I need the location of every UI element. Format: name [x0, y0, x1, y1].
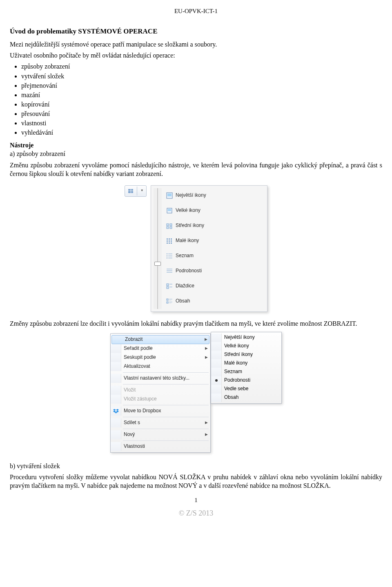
svg-rect-17: [167, 253, 167, 254]
context-menu-figure: Zobrazit▶Seřadit podle▶Seskupit podle▶Ak…: [110, 334, 282, 453]
context-menu: Zobrazit▶Seřadit podle▶Seskupit podle▶Ak…: [110, 334, 211, 453]
submenu-item-large-icons[interactable]: Velké ikony: [211, 342, 281, 351]
blank-icon: [111, 418, 121, 427]
menu-item-sort[interactable]: Seřadit podle▶: [111, 344, 210, 353]
largest-icons-icon: [166, 192, 173, 199]
view-option-label: Velké ikony: [176, 207, 200, 214]
list-item: kopírování: [21, 100, 382, 109]
menu-separator: [123, 440, 209, 441]
menu-item-label: Sdílet s: [124, 420, 203, 426]
b-label: b) vytváření složek: [10, 462, 382, 470]
submenu-item-label: Velké ikony: [224, 343, 249, 349]
menu-item-custom-folder[interactable]: Vlastní nastavení této složky...: [111, 374, 210, 383]
view-option-largest-icons[interactable]: Největší ikony: [164, 188, 265, 203]
slider-thumb[interactable]: [154, 262, 161, 266]
view-option-small-icons[interactable]: Malé ikony: [164, 233, 265, 249]
list-item: způsoby zobrazení: [21, 62, 382, 71]
tools-label: Nástroje: [10, 141, 382, 149]
tiles-icon: [166, 282, 173, 290]
menu-item-view[interactable]: Zobrazit▶: [111, 335, 209, 344]
view-option-details[interactable]: Podrobnosti: [164, 264, 265, 279]
blank-icon: [211, 359, 222, 368]
view-option-medium-icons[interactable]: Střední ikony: [164, 218, 265, 233]
menu-item-group[interactable]: Seskupit podle▶: [111, 353, 210, 362]
blank-icon: [111, 374, 121, 383]
footer: © Z/S 2013: [10, 509, 382, 518]
svg-rect-20: [168, 256, 172, 256]
svg-rect-24: [167, 270, 172, 271]
small-icons-icon: [166, 237, 173, 245]
submenu-item-medium-icons[interactable]: Střední ikony: [211, 351, 281, 359]
svg-rect-18: [168, 253, 172, 254]
submenu-item-label: Vedle sebe: [224, 386, 248, 392]
svg-rect-34: [169, 302, 172, 302]
submenu-item-side-by-side[interactable]: Vedle sebe: [211, 385, 281, 394]
context-submenu-view: Největší ikonyVelké ikonyStřední ikonyMa…: [211, 332, 282, 404]
svg-marker-37: [116, 409, 119, 411]
view-options-panel: Největší ikonyVelké ikonyStřední ikonyMa…: [151, 185, 267, 312]
svg-rect-33: [167, 302, 168, 303]
submenu-item-list[interactable]: Seznam: [211, 368, 281, 376]
menu-item-label: Move to Dropbox: [124, 408, 208, 414]
svg-rect-9: [169, 238, 170, 240]
blank-icon: [211, 385, 222, 394]
submenu-item-details[interactable]: Podrobnosti: [211, 376, 281, 385]
view-option-tiles[interactable]: Dlaždice: [164, 279, 265, 294]
svg-rect-7: [170, 227, 172, 229]
blank-icon: [111, 353, 121, 362]
b-text: Proceduru vytvoření složky můžeme vyvola…: [10, 473, 382, 490]
view-option-label: Střední ikony: [176, 222, 204, 229]
view-option-label: Seznam: [176, 253, 194, 259]
view-option-label: Obsah: [176, 298, 190, 305]
svg-rect-10: [171, 238, 172, 240]
blank-icon: [112, 336, 122, 344]
list-item: vytváření složek: [21, 72, 382, 80]
operations-list: způsoby zobrazenívytváření složekpřejmen…: [10, 62, 382, 137]
svg-marker-40: [114, 412, 117, 414]
menu-item-label: Seskupit podle: [124, 354, 203, 361]
view-option-label: Podrobnosti: [176, 268, 202, 274]
menu-item-label: Seřadit podle: [124, 345, 203, 352]
blank-icon: [111, 442, 121, 451]
intro-2: Uživatel osobního počítače by měl ovláda…: [10, 51, 382, 60]
submenu-item-largest-icons[interactable]: Největší ikony: [211, 334, 281, 342]
list-item: vyhledávání: [21, 128, 382, 137]
submenu-item-content[interactable]: Obsah: [211, 394, 281, 402]
list-item: přejmenování: [21, 81, 382, 90]
view-size-slider[interactable]: [154, 188, 162, 309]
menu-item-label: Vložit: [124, 387, 208, 394]
blank-icon: [111, 430, 121, 439]
menu-item-paste-shortcut: Vložit zástupce: [111, 395, 210, 404]
mid-text: Změny způsobu zobrazení lze docílit i vy…: [10, 319, 382, 328]
menu-item-label: Aktualizovat: [124, 363, 208, 370]
submenu-item-label: Největší ikony: [224, 334, 255, 341]
menu-item-refresh[interactable]: Aktualizovat: [111, 362, 210, 371]
svg-rect-29: [169, 287, 172, 287]
radio-selected-icon: [211, 376, 222, 385]
dropbox-icon: [111, 407, 121, 416]
svg-rect-16: [171, 242, 172, 244]
blank-icon: [111, 386, 121, 395]
view-option-large-icons[interactable]: Velké ikony: [164, 203, 265, 218]
menu-item-properties[interactable]: Vlastnosti: [111, 442, 210, 451]
view-option-list[interactable]: Seznam: [164, 249, 265, 264]
blank-icon: [211, 394, 222, 402]
svg-rect-8: [167, 238, 168, 240]
menu-item-share[interactable]: Sdílet s▶: [111, 418, 210, 427]
svg-rect-3: [168, 209, 171, 211]
list-item: přesouvání: [21, 109, 382, 118]
page-number: 1: [10, 496, 382, 505]
submenu-item-small-icons[interactable]: Malé ikony: [211, 359, 281, 368]
menu-item-new[interactable]: Nový▶: [111, 430, 210, 439]
view-toggle-button[interactable]: ▼: [125, 185, 147, 197]
menu-item-dropbox[interactable]: Move to Dropbox: [111, 407, 210, 416]
medium-icons-icon: [166, 222, 173, 229]
svg-rect-25: [167, 272, 172, 273]
menu-separator: [123, 417, 209, 417]
view-option-content[interactable]: Obsah: [164, 294, 265, 309]
chevron-down-icon[interactable]: ▼: [138, 187, 146, 196]
svg-rect-35: [169, 303, 172, 303]
details-icon: [166, 267, 173, 275]
blank-icon: [211, 351, 222, 359]
svg-marker-36: [113, 409, 116, 411]
